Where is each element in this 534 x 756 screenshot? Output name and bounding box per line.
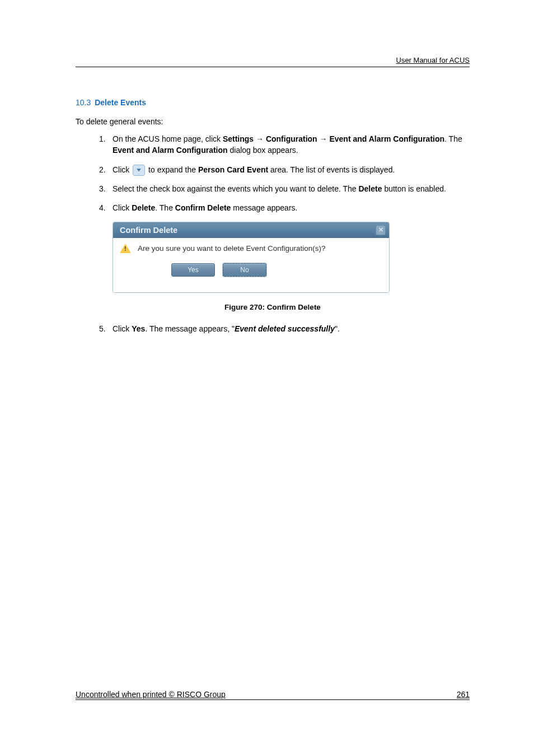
step-arrow: →: [317, 134, 330, 143]
page-number: 261: [457, 690, 470, 699]
step-text: Click: [113, 165, 132, 174]
dialog-screenshot: Confirm Delete ✕ Are you sure you want t…: [113, 222, 470, 293]
yes-button[interactable]: Yes: [171, 263, 215, 277]
step-number: 1.: [99, 134, 106, 145]
step-bold: Delete: [358, 184, 382, 193]
close-icon[interactable]: ✕: [376, 225, 386, 235]
page-footer: Uncontrolled when printed © RISCO Group …: [76, 690, 470, 700]
no-button[interactable]: No: [223, 263, 266, 277]
step-bold: Yes: [132, 324, 145, 333]
step-1: 1. On the ACUS home page, click Settings…: [99, 134, 470, 156]
step-text: Click: [113, 324, 132, 333]
step-3: 3. Select the check box against the even…: [99, 184, 470, 195]
figure-caption: Figure 270: Confirm Delete: [76, 303, 470, 311]
chevron-down-icon: [133, 165, 145, 176]
step-text: dialog box appears.: [228, 146, 298, 155]
section-title-text: Delete Events: [95, 98, 146, 107]
step-number: 5.: [99, 324, 106, 335]
step-text: ".: [335, 324, 340, 333]
step-text: button is enabled.: [382, 184, 446, 193]
page-header-right: User Manual for ACUS: [76, 56, 470, 67]
step-text: . The: [444, 134, 462, 143]
step-text: area. The list of events is displayed.: [268, 165, 395, 174]
dialog-message: Are you sure you want to delete Event Co…: [138, 244, 325, 253]
step-bold: Delete: [132, 203, 155, 212]
step-number: 4.: [99, 203, 106, 214]
steps-list: 1. On the ACUS home page, click Settings…: [76, 134, 470, 214]
step-bold: Person Card Event: [198, 165, 268, 174]
step-5: 5. Click Yes. The message appears, "Even…: [99, 324, 470, 335]
step-text: On the ACUS home page, click: [113, 134, 223, 143]
warning-icon: [120, 244, 131, 253]
step-bold: Configuration: [266, 134, 317, 143]
section-number: 10.3: [76, 98, 91, 107]
header-divider: [76, 67, 470, 67]
step-number: 2.: [99, 164, 106, 176]
dialog-message-row: Are you sure you want to delete Event Co…: [120, 244, 382, 253]
step-text: Click: [113, 203, 132, 212]
step-4: 4. Click Delete. The Confirm Delete mess…: [99, 203, 470, 214]
document-page: User Manual for ACUS 10.3 Delete Events …: [0, 0, 534, 334]
step-text: to expand the: [146, 165, 198, 174]
dialog-title-bar: Confirm Delete ✕: [113, 222, 389, 238]
step-bold: Settings: [223, 134, 254, 143]
step-text: Select the check box against the events …: [113, 184, 358, 193]
step-bold-italic: Event deleted successfully: [235, 324, 335, 333]
step-2: 2. Click to expand the Person Card Event…: [99, 164, 470, 176]
intro-text: To delete general events:: [76, 117, 470, 126]
section-heading: 10.3 Delete Events: [76, 98, 470, 107]
step-bold: Confirm Delete: [175, 203, 231, 212]
dialog-button-row: Yes No: [120, 263, 382, 277]
dialog-body: Are you sure you want to delete Event Co…: [113, 238, 389, 292]
step-bold: Event and Alarm Configuration: [329, 134, 444, 143]
step-bold: Event and Alarm Configuration: [113, 146, 228, 155]
step-text: message appears.: [231, 203, 297, 212]
step-text: . The message appears, ": [145, 324, 235, 333]
step-number: 3.: [99, 184, 106, 195]
footer-copyright: Uncontrolled when printed © RISCO Group: [76, 690, 226, 699]
steps-list-continued: 5. Click Yes. The message appears, "Even…: [76, 324, 470, 335]
step-arrow: →: [254, 134, 266, 143]
dialog-title: Confirm Delete: [120, 226, 177, 235]
step-text: . The: [155, 203, 175, 212]
confirm-delete-dialog: Confirm Delete ✕ Are you sure you want t…: [113, 222, 390, 293]
